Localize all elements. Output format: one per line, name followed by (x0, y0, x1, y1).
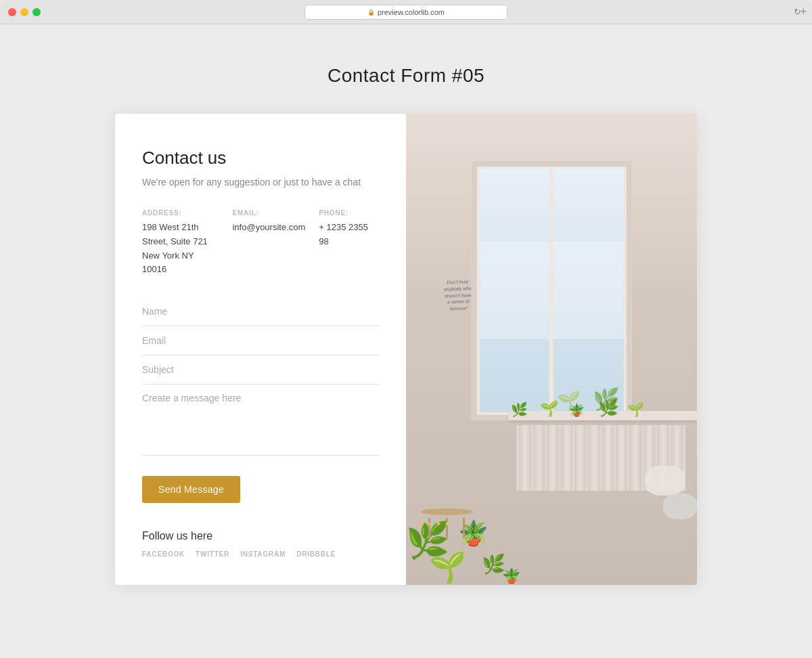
phone-label: PHONE: (319, 209, 379, 217)
radiator-fin (574, 425, 586, 491)
contact-info: ADDRESS: 198 West 21th Street, Suite 721… (142, 209, 379, 277)
address-bar[interactable]: 🔒 preview.colorlib.com (304, 5, 508, 20)
browser-window: 🔒 preview.colorlib.com ↻ + Contact Form … (0, 0, 812, 658)
traffic-lights (8, 8, 41, 16)
email-field-group (142, 326, 379, 355)
lock-icon: 🔒 (367, 9, 375, 16)
message-textarea[interactable] (142, 393, 379, 447)
pot-plant-2: 🪴 (502, 567, 520, 585)
large-plant-2: 🌱 (429, 550, 466, 585)
instagram-link[interactable]: INSTAGRAM (240, 550, 286, 558)
radiator-fin (629, 425, 641, 491)
contact-heading: Contact us (142, 148, 379, 169)
dribbble-link[interactable]: DRIBBBLE (296, 550, 336, 558)
browser-titlebar: 🔒 preview.colorlib.com ↻ + (0, 0, 812, 24)
image-panel: Don't trustanybody whodoesn't havea sens… (406, 114, 697, 585)
room-scene: Don't trustanybody whodoesn't havea sens… (406, 114, 697, 585)
email-input[interactable] (142, 335, 379, 346)
window-pane-left (480, 169, 549, 412)
stool-leg (463, 518, 465, 538)
string-lights: ✦✦✦✦ (418, 519, 453, 529)
radiator-fin (616, 425, 627, 491)
plant-2: 🌱 (540, 400, 558, 418)
window-pane-right: 🌿 🌱 (554, 169, 623, 412)
follow-section: Follow us here FACEBOOK TWITTER INSTAGRA… (142, 530, 379, 558)
facebook-link[interactable]: FACEBOOK (142, 550, 185, 558)
subject-input[interactable] (142, 364, 379, 375)
subject-field-group (142, 355, 379, 385)
contact-subtitle: We're open for any suggestion or just to… (142, 177, 379, 188)
send-message-button[interactable]: Send Message (142, 476, 240, 503)
name-input[interactable] (142, 306, 379, 317)
name-field-group (142, 297, 379, 326)
address-value: 198 West 21th Street, Suite 721 New York… (142, 221, 219, 277)
stool-top (421, 508, 473, 515)
social-links: FACEBOOK TWITTER INSTAGRAM DRIBBBLE (142, 550, 379, 558)
email-info-label: EMAIL: (232, 209, 305, 217)
radiator-fin (533, 425, 545, 491)
contact-card: Contact us We're open for any suggestion… (115, 114, 697, 585)
page-content: Contact Form #05 Contact us We're open f… (0, 24, 812, 658)
phone-value: + 1235 2355 98 (319, 221, 379, 249)
window-frame: 🌿 🌱 (472, 161, 632, 420)
radiator-fin (519, 425, 531, 491)
url-text: preview.colorlib.com (378, 8, 445, 16)
close-button[interactable] (8, 8, 16, 16)
radiator-fin (602, 425, 614, 491)
radiator-fin (561, 425, 572, 491)
radiator-fin (547, 425, 558, 491)
fullscreen-button[interactable] (32, 8, 41, 16)
new-tab-button[interactable]: + (800, 5, 807, 18)
email-info-value: info@yoursite.com (232, 221, 305, 235)
email-info-group: EMAIL: info@yoursite.com (232, 209, 305, 277)
message-field-group (142, 385, 379, 456)
cushion-2 (663, 494, 697, 519)
page-title: Contact Form #05 (328, 65, 484, 87)
cushion-1 (645, 466, 685, 496)
address-group: ADDRESS: 198 West 21th Street, Suite 721… (142, 209, 219, 277)
wall-note: Don't trustanybody whodoesn't havea sens… (441, 278, 476, 313)
plant-4: 🌿 (598, 399, 618, 418)
minimize-button[interactable] (20, 8, 28, 16)
address-label: ADDRESS: (142, 209, 219, 217)
address-bar-container: 🔒 preview.colorlib.com (8, 5, 804, 20)
twitter-link[interactable]: TWITTER (196, 550, 229, 558)
phone-group: PHONE: + 1235 2355 98 (319, 209, 379, 277)
follow-title: Follow us here (142, 530, 379, 542)
plant-5: 🌱 (627, 401, 644, 418)
plant-1: 🌿 (511, 401, 528, 418)
radiator-fin (588, 425, 600, 491)
plant-3: 🪴 (569, 403, 584, 418)
form-panel: Contact us We're open for any suggestion… (115, 114, 406, 585)
